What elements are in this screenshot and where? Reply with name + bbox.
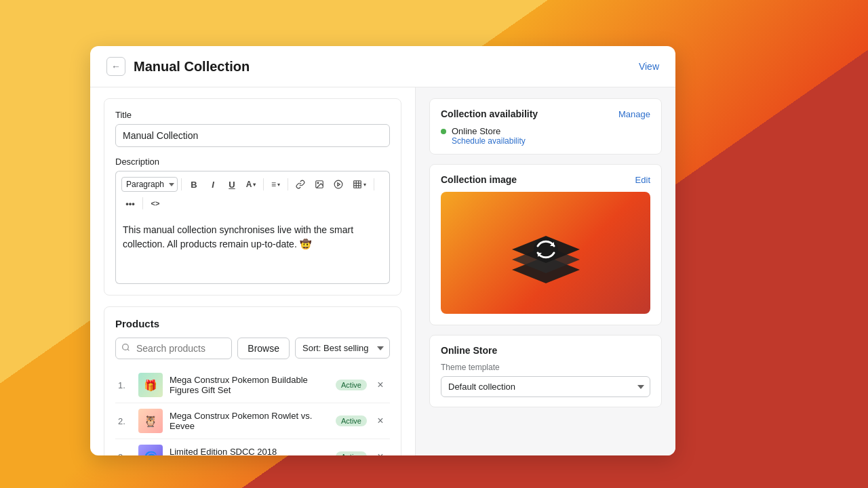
products-section: Products Browse Sort: Best selling	[104, 306, 401, 455]
availability-card-header: Collection availability Manage	[430, 99, 661, 126]
code-button[interactable]: <>	[146, 195, 164, 212]
theme-label: Theme template	[441, 363, 650, 372]
product-list: 1. 🎁 Mega Construx Pokemon Buildable Fig…	[115, 367, 390, 455]
svg-point-9	[123, 344, 129, 350]
table-button[interactable]: ▾	[349, 176, 370, 193]
back-button[interactable]: ←	[106, 57, 125, 76]
toolbar-divider-4	[374, 178, 374, 190]
font-color-button[interactable]: A ▾	[242, 176, 260, 193]
table-row: 1. 🎁 Mega Construx Pokemon Buildable Fig…	[115, 367, 390, 403]
collection-image-svg	[505, 219, 587, 287]
table-row: 2. 🦉 Mega Construx Pokemon Rowlet vs. Ee…	[115, 403, 390, 439]
product-num: 1.	[118, 380, 132, 390]
browse-button[interactable]: Browse	[237, 338, 290, 359]
svg-marker-3	[338, 183, 340, 186]
product-thumbnail: 🎁	[138, 373, 163, 397]
search-browse-row: Browse Sort: Best selling	[115, 338, 390, 359]
online-store-title: Online Store	[441, 345, 497, 356]
manage-link[interactable]: Manage	[618, 109, 650, 119]
video-button[interactable]	[330, 176, 347, 193]
table-row: 3. 🌀 Limited Edition SDCC 2018 GengaryMe…	[115, 439, 390, 455]
remove-button[interactable]: ×	[374, 450, 387, 455]
paragraph-select[interactable]: Paragraph	[121, 177, 178, 192]
product-num: 3.	[118, 452, 132, 456]
availability-item: Online Store Schedule availability	[430, 126, 661, 154]
header-left: ← Manual Collection	[106, 57, 250, 76]
svg-point-1	[317, 182, 319, 184]
product-name: Mega Construx Pokemon Rowlet vs. Eevee	[170, 411, 329, 431]
more-button[interactable]: •••	[121, 195, 139, 212]
remove-button[interactable]: ×	[374, 414, 387, 428]
collection-image-title: Collection image	[441, 174, 517, 185]
sort-select[interactable]: Sort: Best selling	[295, 338, 390, 359]
edit-image-link[interactable]: Edit	[635, 175, 650, 185]
card-header: ← Manual Collection View	[90, 46, 675, 87]
editor-body[interactable]: This manual collection synchronises live…	[115, 216, 390, 284]
search-input[interactable]	[115, 338, 232, 359]
product-name: Limited Edition SDCC 2018 GengaryMega Co…	[170, 447, 329, 455]
product-thumbnail: 🌀	[138, 445, 163, 455]
toolbar-divider-3	[288, 178, 288, 190]
page-title: Manual Collection	[134, 59, 250, 75]
link-button[interactable]	[292, 176, 309, 193]
search-box	[115, 338, 232, 359]
schedule-link[interactable]: Schedule availability	[452, 136, 526, 146]
view-link[interactable]: View	[639, 61, 659, 72]
online-store-header: Online Store	[430, 336, 661, 363]
theme-select[interactable]: Default collection Custom template	[441, 376, 650, 397]
title-description-section: Title Description Paragraph B I U A ▾	[104, 98, 401, 296]
svg-point-2	[334, 180, 342, 188]
right-panel: Collection availability Manage Online St…	[416, 87, 675, 455]
svg-line-10	[127, 349, 129, 350]
toolbar-divider-5	[142, 197, 143, 209]
product-name: Mega Construx Pokemon Buildable Figures …	[170, 375, 329, 395]
main-card: ← Manual Collection View Title Descripti…	[90, 46, 675, 455]
toolbar-divider-2	[263, 178, 264, 190]
card-content: Title Description Paragraph B I U A ▾	[90, 87, 675, 455]
status-badge: Active	[336, 380, 367, 390]
image-button[interactable]	[311, 176, 328, 193]
svg-rect-4	[354, 181, 361, 188]
italic-button[interactable]: I	[204, 176, 222, 193]
availability-title: Collection availability	[441, 108, 538, 119]
left-panel: Title Description Paragraph B I U A ▾	[90, 87, 416, 455]
title-label: Title	[115, 110, 390, 120]
online-indicator	[441, 129, 446, 134]
editor-toolbar: Paragraph B I U A ▾ ≡ ▾	[115, 171, 390, 216]
theme-select-wrap: Theme template Default collection Custom…	[430, 363, 661, 407]
sort-select-wrap: Sort: Best selling	[295, 338, 390, 359]
product-num: 2.	[118, 416, 132, 426]
align-button[interactable]: ≡ ▾	[267, 176, 284, 193]
status-badge: Active	[336, 451, 367, 455]
collection-image-wrap	[430, 192, 661, 325]
collection-image-card: Collection image Edit	[429, 164, 662, 325]
underline-button[interactable]: U	[223, 176, 241, 193]
product-thumbnail: 🦉	[138, 409, 163, 433]
toolbar-divider-1	[181, 178, 182, 190]
store-name: Online Store	[452, 126, 526, 136]
online-store-card: Online Store Theme template Default coll…	[429, 335, 662, 407]
availability-text-group: Online Store Schedule availability	[452, 126, 526, 146]
products-section-title: Products	[115, 318, 390, 329]
description-label: Description	[115, 157, 390, 167]
bold-button[interactable]: B	[185, 176, 203, 193]
image-card-header: Collection image Edit	[430, 165, 661, 192]
search-icon	[121, 343, 130, 354]
status-badge: Active	[336, 415, 367, 426]
collection-image-box	[441, 192, 650, 314]
remove-button[interactable]: ×	[374, 378, 387, 392]
title-input[interactable]	[115, 124, 390, 147]
collection-availability-card: Collection availability Manage Online St…	[429, 98, 662, 155]
